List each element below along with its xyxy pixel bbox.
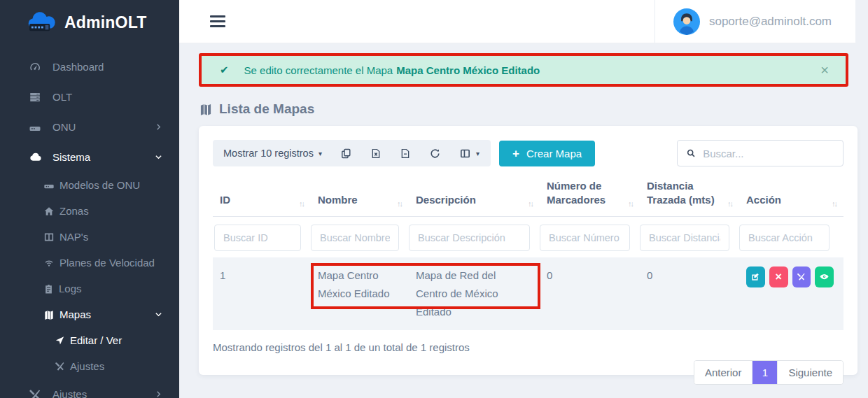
sidebar-item-zonas[interactable]: Zonas	[0, 198, 179, 224]
device-icon	[28, 121, 42, 134]
wifi-icon	[43, 257, 55, 269]
eye-icon	[819, 271, 830, 282]
top-navbar: soporte@adminolt.com	[179, 0, 855, 43]
alert-annotation-highlight: ✔ Se edito correctamente el Mapa Mapa Ce…	[199, 53, 848, 87]
sidebar-item-label: Sistema	[52, 151, 90, 163]
export-excel-icon[interactable]	[370, 148, 382, 159]
maps-table-card: Mostrar 10 registros ▾ ▾ + Crear Mapa	[199, 126, 858, 375]
user-email: soporte@adminolt.com	[709, 15, 832, 29]
filter-marcadores-input[interactable]	[540, 225, 630, 251]
cloud-icon	[28, 150, 42, 164]
view-button[interactable]	[815, 266, 834, 287]
filter-accion-input[interactable]	[739, 225, 830, 251]
column-header-id[interactable]: ID↑↓	[213, 176, 311, 216]
sidebar-item-editar-ver[interactable]: Editar / Ver	[0, 327, 179, 353]
sort-icon[interactable]: ↑↓	[727, 199, 736, 208]
brand-name: AdminOLT	[64, 13, 146, 32]
chevron-right-icon	[155, 390, 162, 398]
refresh-icon[interactable]	[429, 148, 441, 159]
cell-descripcion: Mapa de Red del Centro de México Editado	[409, 257, 540, 331]
column-header-marcadores[interactable]: Número de Marcadores↑↓	[540, 176, 640, 216]
search-icon	[686, 148, 696, 159]
pagination-previous-button[interactable]: Anterior	[694, 361, 752, 384]
column-visibility-button[interactable]: ▾	[459, 148, 479, 159]
filter-id-input[interactable]	[214, 225, 301, 251]
sidebar-item-modelos-de-onu[interactable]: Modelos de ONU	[0, 172, 179, 198]
sidebar-item-planes-de-velocidad[interactable]: Planes de Velocidad	[0, 250, 179, 276]
sidebar-item-naps[interactable]: NAP's	[0, 224, 179, 250]
copy-icon[interactable]	[340, 148, 352, 159]
sidebar-item-ajustes-mapas[interactable]: Ajustes	[0, 353, 179, 379]
close-icon[interactable]: ×	[820, 63, 829, 77]
sort-icon[interactable]: ↑↓	[397, 199, 406, 208]
main-area: soporte@adminolt.com ✔ Se edito correcta…	[179, 0, 868, 398]
tools-icon	[797, 272, 806, 281]
x-icon: ×	[775, 271, 781, 283]
filter-nombre-input[interactable]	[311, 225, 399, 251]
sidebar-item-label: NAP's	[59, 231, 88, 243]
sort-icon[interactable]: ↑↓	[832, 199, 841, 208]
map-icon	[43, 309, 55, 320]
page-title: Lista de Mapas	[199, 101, 868, 117]
brand[interactable]: AdminOLT	[0, 0, 179, 45]
column-header-nombre[interactable]: Nombre↑↓	[311, 176, 409, 216]
gauge-icon	[28, 61, 42, 73]
chevron-down-icon	[155, 311, 162, 318]
sidebar-item-mapas[interactable]: Mapas	[0, 301, 179, 327]
pagination-wrap: Anterior 1 Siguiente	[213, 360, 844, 385]
location-arrow-icon	[55, 335, 65, 346]
export-file-icon[interactable]	[400, 148, 411, 159]
caret-down-icon: ▾	[318, 150, 322, 157]
tools-icon	[28, 388, 42, 398]
check-icon: ✔	[220, 64, 229, 76]
filter-distancia-input[interactable]	[640, 225, 729, 251]
settings-button[interactable]	[792, 266, 811, 287]
sidebar-item-label: OLT	[52, 91, 72, 103]
cell-acciones: ×	[739, 257, 844, 331]
hamburger-menu-button[interactable]	[210, 15, 225, 27]
column-header-descripcion[interactable]: Descripción↑↓	[409, 176, 540, 216]
sort-icon[interactable]: ↑↓	[628, 199, 637, 208]
pagination: Anterior 1 Siguiente	[694, 360, 844, 385]
map-icon	[199, 102, 213, 116]
table-records-info: Mostrando registros del 1 al 1 de un tot…	[213, 341, 844, 353]
home-icon	[43, 206, 55, 217]
sidebar-item-sistema[interactable]: Sistema	[0, 142, 179, 172]
pagination-page-1-button[interactable]: 1	[752, 361, 777, 384]
cell-distancia: 0	[640, 257, 739, 331]
sidebar-item-onu[interactable]: ONU	[0, 112, 179, 142]
table-filter-row	[213, 216, 844, 257]
sidebar-item-label: Mapas	[59, 308, 91, 320]
sidebar-item-label: Modelos de ONU	[59, 179, 140, 191]
column-header-accion[interactable]: Acción↑↓	[739, 176, 844, 216]
sidebar-item-label: Ajustes	[52, 388, 87, 398]
delete-button[interactable]: ×	[769, 266, 788, 287]
clipboard-icon	[43, 283, 54, 294]
plus-icon: +	[512, 148, 519, 159]
sidebar-item-dashboard[interactable]: Dashboard	[0, 52, 179, 82]
sidebar-item-label: Zonas	[59, 205, 89, 217]
success-alert: ✔ Se edito correctamente el Mapa Mapa Ce…	[202, 56, 846, 84]
sort-icon[interactable]: ↑↓	[528, 199, 537, 208]
avatar	[673, 8, 700, 35]
sort-icon[interactable]: ↑↓	[299, 199, 308, 208]
device-icon	[43, 180, 55, 191]
sidebar-item-olt[interactable]: OLT	[0, 82, 179, 112]
user-menu[interactable]: soporte@adminolt.com	[654, 0, 855, 43]
alert-highlighted-text: Mapa Centro México Editado	[396, 64, 540, 76]
adminolt-logo-icon	[25, 11, 57, 34]
column-header-distancia[interactable]: Distancia Trazada (mts)↑↓	[640, 176, 739, 216]
table-row: 1 Mapa Centro México Editado Mapa de Red…	[213, 257, 844, 331]
search-input[interactable]	[703, 148, 834, 159]
sidebar-item-logs[interactable]: Logs	[0, 276, 179, 301]
maps-table: ID↑↓ Nombre↑↓ Descripción↑↓ Número de Ma…	[213, 176, 844, 330]
sidebar-item-label: Dashboard	[52, 61, 104, 73]
pagination-next-button[interactable]: Siguiente	[777, 361, 843, 384]
edit-button[interactable]	[746, 266, 765, 287]
filter-descripcion-input[interactable]	[409, 225, 530, 251]
show-entries-select[interactable]: Mostrar 10 registros ▾	[223, 148, 322, 159]
chevron-down-icon	[155, 153, 162, 161]
sidebar-item-label: Ajustes	[70, 360, 104, 372]
sidebar-item-ajustes[interactable]: Ajustes	[0, 379, 179, 398]
create-map-button[interactable]: + Crear Mapa	[499, 141, 595, 166]
